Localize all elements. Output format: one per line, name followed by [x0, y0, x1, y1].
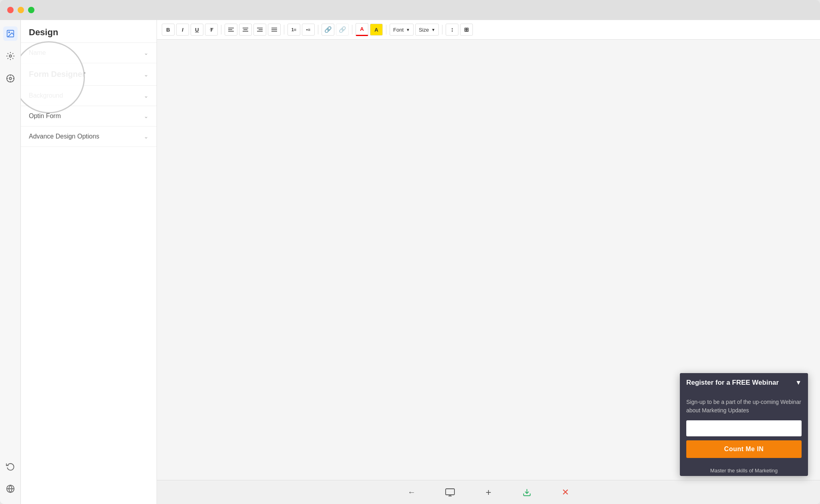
- icon-rail: [0, 20, 21, 504]
- popup-cta-button[interactable]: Count Me IN: [686, 440, 802, 458]
- maximize-traffic-light[interactable]: [28, 7, 34, 13]
- toolbar-sep-3: [318, 25, 318, 34]
- close-traffic-light[interactable]: [7, 7, 14, 13]
- sidebar-item-history[interactable]: [3, 459, 18, 474]
- panel-title: Design: [21, 20, 157, 43]
- toolbar-sep-1: [221, 25, 221, 34]
- toolbar-sep-5: [386, 25, 386, 34]
- panel-section-name: Name ⌄: [21, 43, 157, 63]
- app-body: Design Name ⌄ Form Designer ⌄: [0, 20, 820, 504]
- panel-section-background-header[interactable]: Background ⌄: [21, 86, 157, 106]
- chevron-down-icon: ⌄: [144, 50, 149, 56]
- underline-btn[interactable]: U: [191, 24, 203, 36]
- panel-section-background: Background ⌄: [21, 86, 157, 106]
- link-btn[interactable]: 🔗: [322, 24, 334, 36]
- sidebar-item-target[interactable]: [3, 71, 18, 86]
- italic-btn[interactable]: I: [176, 24, 189, 36]
- panel-section-form-designer: Form Designer ⌄: [21, 63, 157, 86]
- toolbar-sep-2: [284, 25, 284, 34]
- panel-section-name-header[interactable]: Name ⌄: [21, 43, 157, 63]
- icon-rail-bottom: [3, 459, 18, 496]
- chevron-down-icon-4: ⌄: [144, 113, 149, 119]
- minimize-traffic-light[interactable]: [18, 7, 24, 13]
- unlink-btn[interactable]: 🔗: [336, 24, 349, 36]
- font-dropdown[interactable]: Font ▼: [390, 24, 414, 36]
- size-dropdown-arrow: ▼: [431, 28, 435, 32]
- align-right-btn[interactable]: [253, 24, 266, 36]
- panel-section-optin-form: Optin Form ⌄: [21, 106, 157, 127]
- chevron-down-icon-3: ⌄: [144, 92, 149, 99]
- panel-section-optin-form-header[interactable]: Optin Form ⌄: [21, 106, 157, 126]
- panel-section-form-designer-label: Form Designer: [29, 70, 85, 79]
- bold-btn[interactable]: B: [162, 24, 175, 36]
- popup-footer-text: Master the skills of Marketing: [680, 464, 808, 476]
- bottom-toolbar: ← + ✕: [157, 480, 820, 504]
- size-dropdown[interactable]: Size ▼: [415, 24, 439, 36]
- highlight-btn[interactable]: A: [370, 24, 383, 36]
- popup-description: Sign-up to be a part of the up-coming We…: [686, 398, 802, 415]
- popup-header: Register for a FREE Webinar ▼: [680, 373, 808, 392]
- panel-section-advance-design: Advance Design Options ⌄: [21, 127, 157, 147]
- line-height-btn[interactable]: ↕: [446, 24, 458, 36]
- font-color-btn[interactable]: A: [356, 23, 368, 36]
- sidebar-item-gear[interactable]: [3, 49, 18, 63]
- font-dropdown-arrow: ▼: [406, 28, 410, 32]
- svg-point-4: [9, 77, 12, 80]
- sidebar-item-globe[interactable]: [3, 482, 18, 496]
- panel-section-optin-form-label: Optin Form: [29, 112, 61, 120]
- chevron-down-icon-5: ⌄: [144, 133, 149, 140]
- svg-point-2: [9, 55, 12, 57]
- panel-section-form-designer-header[interactable]: Form Designer ⌄: [21, 63, 157, 85]
- align-center-btn[interactable]: [239, 24, 252, 36]
- add-btn[interactable]: +: [481, 485, 496, 500]
- close-bottom-btn[interactable]: ✕: [558, 485, 573, 500]
- panel-section-advance-design-label: Advance Design Options: [29, 133, 99, 140]
- ordered-list-btn[interactable]: 1≡: [287, 24, 300, 36]
- editor-toolbar: B I U T: [157, 20, 820, 40]
- editor-canvas: Register for a FREE Webinar ▼ Sign-up to…: [157, 40, 820, 480]
- popup-title: Register for a FREE Webinar: [686, 379, 779, 387]
- app-window: Design Name ⌄ Form Designer ⌄: [0, 0, 820, 504]
- back-btn[interactable]: ←: [404, 485, 419, 500]
- panel-section-advance-design-header[interactable]: Advance Design Options ⌄: [21, 127, 157, 147]
- editor-area: B I U T: [157, 20, 820, 504]
- screen-btn[interactable]: [443, 485, 457, 500]
- design-panel: Design Name ⌄ Form Designer ⌄: [21, 20, 157, 504]
- popup-collapse-icon[interactable]: ▼: [795, 379, 802, 386]
- download-btn[interactable]: [520, 485, 534, 500]
- chevron-down-icon-2: ⌄: [144, 71, 149, 78]
- toolbar-sep-6: [442, 25, 442, 34]
- toolbar-sep-4: [352, 25, 352, 34]
- panel-section-background-label: Background: [29, 92, 63, 99]
- unordered-list-btn[interactable]: •≡: [302, 24, 315, 36]
- sidebar-item-image[interactable]: [3, 26, 18, 41]
- svg-rect-23: [446, 489, 454, 495]
- source-btn[interactable]: ⊞: [460, 24, 473, 36]
- popup-body: Sign-up to be a part of the up-coming We…: [680, 392, 808, 464]
- strikethrough-btn[interactable]: T: [205, 24, 218, 36]
- titlebar: [0, 0, 820, 20]
- svg-point-1: [8, 32, 10, 33]
- popup-widget: Register for a FREE Webinar ▼ Sign-up to…: [680, 373, 808, 476]
- justify-btn[interactable]: [268, 24, 281, 36]
- align-left-btn[interactable]: [225, 24, 237, 36]
- popup-email-input[interactable]: [686, 420, 802, 436]
- panel-section-name-label: Name: [29, 49, 46, 56]
